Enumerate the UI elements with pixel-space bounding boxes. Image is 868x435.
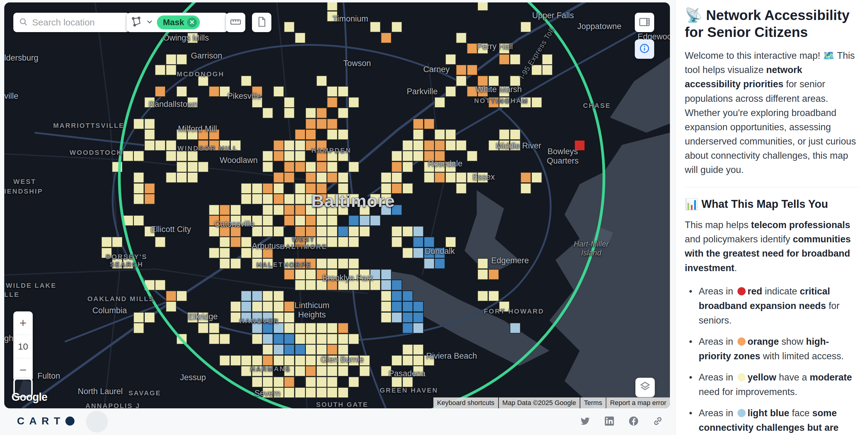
- chevron-down-icon[interactable]: [145, 18, 154, 27]
- panel-toggle-button[interactable]: [635, 13, 654, 32]
- remove-mask-icon[interactable]: ✕: [187, 18, 197, 27]
- zoom-in-button[interactable]: +: [13, 311, 33, 335]
- info-sidebar: 📡 Network Accessibility for Senior Citiz…: [675, 0, 868, 435]
- carto-logo-letters: CART: [17, 415, 65, 427]
- ruler-icon: [230, 16, 241, 29]
- legend-color-dot: [738, 373, 746, 381]
- section-title: 📊 What This Map Tells You: [685, 198, 859, 211]
- legend-color-dot: [738, 338, 746, 346]
- terms-link[interactable]: Terms: [580, 398, 606, 408]
- search-input[interactable]: [31, 17, 124, 28]
- measure-button[interactable]: [226, 13, 245, 32]
- document-button[interactable]: [252, 13, 271, 32]
- map-attribution-bar: Keyboard shortcuts Map Data ©2025 Google…: [433, 398, 670, 408]
- search-box[interactable]: [13, 13, 130, 32]
- legend-item: Areas in light blue face some connectivi…: [689, 406, 859, 435]
- legend-color-dot: [738, 287, 746, 296]
- legend-color-dot: [738, 409, 746, 417]
- legend-item: Areas in yellow have a moderate need for…: [689, 370, 859, 399]
- linkedin-icon[interactable]: [604, 415, 615, 427]
- logo-ghost-circle: [86, 411, 108, 433]
- search-icon: [19, 17, 28, 28]
- document-icon: [256, 17, 267, 29]
- legend-item: Areas in orange show high-priority zones…: [689, 335, 859, 364]
- polygon-select-icon[interactable]: [131, 16, 142, 29]
- zoom-level: 10: [13, 335, 33, 359]
- map-legend-list: Areas in red indicate critical broadband…: [685, 284, 859, 435]
- report-map-error-link[interactable]: Report a map error: [606, 398, 670, 408]
- carto-logo-o: [65, 416, 74, 426]
- section-paragraph: This map helps telecom professionals and…: [685, 218, 859, 275]
- page-title: 📡 Network Accessibility for Senior Citiz…: [685, 7, 859, 40]
- share-link-icon[interactable]: [652, 415, 663, 427]
- layers-icon: [639, 381, 651, 394]
- twitter-icon[interactable]: [580, 415, 591, 427]
- info-button[interactable]: [635, 39, 654, 59]
- google-logo: Google: [11, 391, 47, 404]
- zoom-control[interactable]: + 10 −: [13, 311, 33, 382]
- mask-filter-chip[interactable]: Mask ✕: [157, 15, 200, 29]
- panel-toggle-icon: [639, 16, 650, 29]
- selection-tool-group[interactable]: Mask ✕: [127, 13, 228, 32]
- info-icon: [639, 43, 650, 55]
- map-data-copyright: Map Data ©2025 Google: [499, 398, 580, 408]
- facebook-icon[interactable]: [628, 415, 639, 427]
- map-canvas[interactable]: BaltimoreTimoniumUpper FallsJoppatownePe…: [4, 2, 670, 408]
- social-links: [580, 415, 663, 427]
- mask-chip-label: Mask: [163, 18, 184, 27]
- basemap-layers-button[interactable]: [636, 378, 655, 397]
- legend-item: Areas in red indicate critical broadband…: [689, 284, 859, 328]
- keyboard-shortcuts-link[interactable]: Keyboard shortcuts: [433, 398, 498, 408]
- mask-circle-layer: [4, 2, 670, 408]
- mask-circle: [119, 2, 604, 408]
- footer-bar: CART: [0, 408, 675, 435]
- intro-paragraph: Welcome to this interactive map! 🗺️ This…: [685, 49, 859, 177]
- carto-logo[interactable]: CART: [17, 415, 74, 427]
